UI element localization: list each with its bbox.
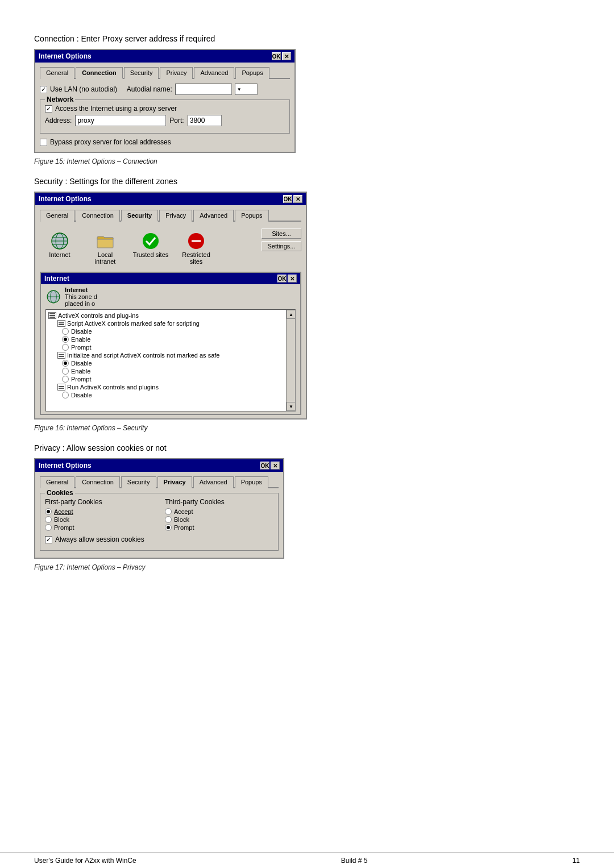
zone-internet[interactable]: Internet <box>40 231 80 258</box>
autodial-input[interactable] <box>175 84 232 95</box>
access-proxy-label: Access the Internet using a proxy server <box>55 105 177 113</box>
scroll-up-btn[interactable]: ▲ <box>287 310 296 319</box>
sec-tab-popups[interactable]: Popups <box>235 210 268 222</box>
first-prompt-radio[interactable] <box>45 524 52 531</box>
first-accept-radio[interactable] <box>45 508 52 515</box>
port-input[interactable] <box>188 115 222 126</box>
tab-advanced[interactable]: Advanced <box>194 67 234 79</box>
session-cookies-checkbox[interactable]: ✓ <box>45 536 52 543</box>
first-block-radio[interactable] <box>45 516 52 523</box>
init-disable-radio[interactable] <box>62 360 69 367</box>
zones-area: Internet Local intranet <box>40 231 262 265</box>
icon-line5 <box>59 324 64 325</box>
settings-button[interactable]: Settings... <box>262 241 301 251</box>
privacy-title: Internet Options <box>39 462 92 470</box>
tab-security[interactable]: Security <box>124 67 159 79</box>
zone-trusted-label: Trusted sites <box>133 251 169 258</box>
icon-line4 <box>59 322 64 323</box>
third-block-label: Block <box>174 516 189 523</box>
bypass-checkbox[interactable] <box>40 139 47 146</box>
activex-header: ActiveX controls and plug-ins <box>48 312 293 319</box>
priv-tab-security[interactable]: Security <box>121 476 156 488</box>
svg-point-7 <box>143 233 159 249</box>
connection-title: Internet Options <box>39 52 92 60</box>
security-close-btn[interactable]: ✕ <box>293 195 302 203</box>
figure17-caption: Figure 17: Internet Options – Privacy <box>34 563 580 571</box>
security-ok-btn[interactable]: OK <box>283 195 292 203</box>
connection-dialog: Internet Options OK ✕ General Connection… <box>34 49 296 153</box>
cookies-area: First-party Cookies Accept Block Prompt <box>45 498 273 532</box>
script-disable-radio[interactable] <box>62 328 69 335</box>
run-disable-label: Disable <box>71 392 92 398</box>
priv-tab-privacy[interactable]: Privacy <box>157 476 192 488</box>
third-prompt-radio[interactable] <box>165 524 172 531</box>
use-lan-checkbox[interactable]: ✓ <box>40 86 47 93</box>
bypass-label: Bypass proxy server for local addresses <box>50 138 171 146</box>
sec-tab-privacy[interactable]: Privacy <box>159 210 192 222</box>
init-prompt-radio[interactable] <box>62 376 69 383</box>
page-footer: User's Guide for A2xx with WinCe Build #… <box>0 853 614 868</box>
sec-tab-security[interactable]: Security <box>121 210 158 222</box>
tab-privacy[interactable]: Privacy <box>160 67 193 79</box>
init-disable-row: Disable <box>62 360 293 367</box>
figure16-block: Internet Options OK ✕ General Connection… <box>34 192 580 432</box>
access-proxy-checkbox[interactable]: ✓ <box>45 105 52 113</box>
connection-titlebar-buttons: OK ✕ <box>272 52 291 60</box>
priv-tab-popups[interactable]: Popups <box>235 476 268 488</box>
scroll-down-btn[interactable]: ▼ <box>287 402 296 411</box>
priv-tab-advanced[interactable]: Advanced <box>193 476 234 488</box>
third-accept-radio[interactable] <box>165 508 172 515</box>
zone-trusted[interactable]: Trusted sites <box>131 231 171 258</box>
init-activex-header: Initialize and script ActiveX controls n… <box>57 352 293 359</box>
inner-titlebar-buttons: OK ✕ <box>277 275 297 283</box>
security-titlebar-buttons: OK ✕ <box>283 195 302 203</box>
sec-tab-advanced[interactable]: Advanced <box>193 210 234 222</box>
section2-heading: Security : Settings for the different zo… <box>34 177 580 186</box>
footer-page-number: 11 <box>572 857 580 865</box>
use-lan-row: ✓ Use LAN (no autodial) Autodial name: ▼ <box>40 84 290 95</box>
bypass-row: Bypass proxy server for local addresses <box>40 138 290 146</box>
security-title: Internet Options <box>39 195 92 203</box>
priv-tab-connection[interactable]: Connection <box>76 476 120 488</box>
script-enable-radio[interactable] <box>62 336 69 343</box>
address-input[interactable] <box>75 115 166 126</box>
zone-local[interactable]: Local intranet <box>85 231 125 265</box>
sec-tab-general[interactable]: General <box>40 210 74 222</box>
init-disable-dot <box>64 362 67 365</box>
zone-internet-label: Internet <box>49 251 70 258</box>
inner-body: Internet This zone dplaced in o <box>41 284 300 414</box>
inner-titlebar: Internet OK ✕ <box>41 273 300 284</box>
tab-connection[interactable]: Connection <box>76 67 123 79</box>
run-disable-radio[interactable] <box>62 392 69 398</box>
third-block-radio[interactable] <box>165 516 172 523</box>
list-icon2 <box>57 320 65 327</box>
privacy-titlebar-buttons: OK ✕ <box>260 462 280 470</box>
init-enable-radio[interactable] <box>62 368 69 375</box>
third-block-row: Block <box>165 516 273 523</box>
tab-popups[interactable]: Popups <box>235 67 269 79</box>
access-proxy-row: ✓ Access the Internet using a proxy serv… <box>45 105 285 113</box>
folder-icon <box>95 231 115 251</box>
autodial-dropdown[interactable]: ▼ <box>235 84 258 95</box>
icon-line1 <box>49 313 55 314</box>
inner-close-btn[interactable]: ✕ <box>288 275 297 283</box>
close-title-button[interactable]: ✕ <box>282 52 291 60</box>
privacy-titlebar: Internet Options OK ✕ <box>35 459 283 472</box>
zone-restricted[interactable]: Restricted sites <box>176 231 216 265</box>
inner-ok-btn[interactable]: OK <box>277 275 287 283</box>
sec-tab-connection[interactable]: Connection <box>76 210 120 222</box>
priv-tab-general[interactable]: General <box>40 476 74 488</box>
ok-title-button[interactable]: OK <box>272 52 281 60</box>
script-prompt-radio[interactable] <box>62 344 69 351</box>
run-disable-row: Disable <box>62 392 293 398</box>
privacy-ok-btn[interactable]: OK <box>260 462 269 470</box>
init-enable-row: Enable <box>62 368 293 375</box>
cookies-label: Cookies <box>45 489 75 497</box>
sites-button[interactable]: Sites... <box>262 229 301 239</box>
zone-local-label: Local intranet <box>95 251 116 265</box>
tab-general[interactable]: General <box>40 67 74 79</box>
list-icon <box>48 312 56 319</box>
privacy-close-btn[interactable]: ✕ <box>271 462 280 470</box>
footer-guide-title: User's Guide for A2xx with WinCe <box>34 857 136 865</box>
script-disable-row: Disable <box>62 328 293 335</box>
